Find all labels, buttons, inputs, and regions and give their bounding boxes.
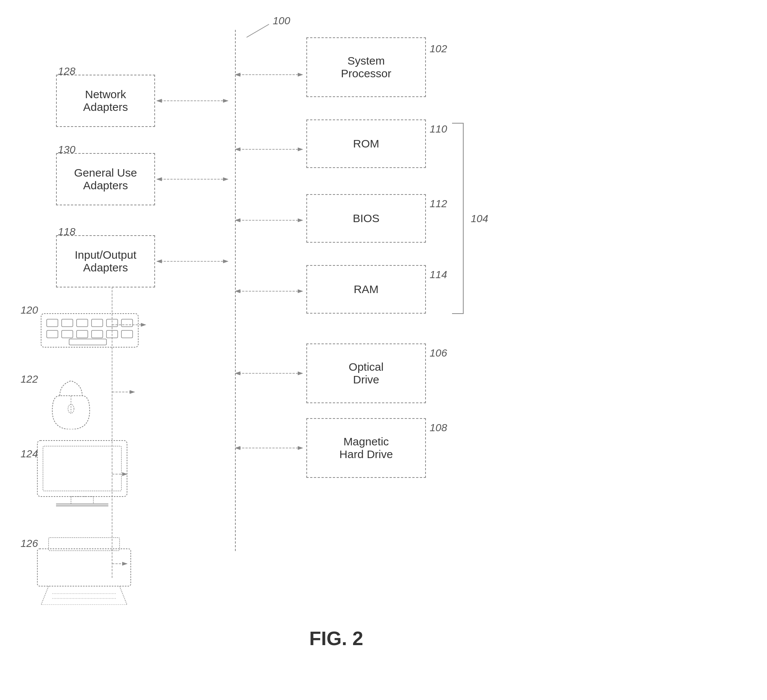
optical-drive-label: OpticalDrive — [348, 360, 384, 386]
svg-rect-26 — [121, 319, 133, 327]
ref-100: 100 — [273, 15, 290, 27]
optical-drive-box: OpticalDrive — [306, 343, 426, 403]
svg-rect-41 — [37, 549, 131, 586]
svg-rect-33 — [69, 339, 107, 345]
svg-rect-36 — [37, 441, 127, 497]
magnetic-hard-drive-label: MagneticHard Drive — [339, 435, 393, 461]
svg-rect-31 — [107, 330, 118, 338]
svg-rect-38 — [71, 497, 93, 504]
ram-box: RAM — [306, 265, 426, 314]
ref-122: 122 — [21, 373, 38, 385]
svg-rect-27 — [47, 330, 58, 338]
svg-line-5 — [247, 24, 269, 37]
ref-120: 120 — [21, 304, 38, 316]
general-use-adapters-label: General UseAdapters — [74, 167, 137, 192]
svg-rect-32 — [121, 330, 133, 338]
io-adapters-label: Input/OutputAdapters — [75, 249, 136, 274]
mouse-icon — [49, 373, 93, 429]
network-adapters-box: NetworkAdapters — [56, 75, 155, 127]
svg-rect-24 — [92, 319, 103, 327]
ref-112: 112 — [430, 198, 447, 210]
rom-label: ROM — [353, 137, 379, 150]
ref-128: 128 — [58, 65, 75, 77]
ref-102: 102 — [430, 43, 447, 55]
keyboard-icon — [37, 310, 146, 351]
rom-box: ROM — [306, 119, 426, 168]
monitor-icon — [33, 437, 131, 511]
ref-118: 118 — [58, 226, 75, 238]
svg-rect-25 — [107, 319, 118, 327]
diagram: 100 SystemProcessor 102 ROM 110 BIOS 112… — [0, 0, 767, 700]
ref-114: 114 — [430, 269, 447, 281]
svg-rect-29 — [76, 330, 88, 338]
general-use-adapters-box: General UseAdapters — [56, 153, 155, 205]
printer-icon — [30, 530, 138, 605]
figure-label: FIG. 2 — [261, 627, 411, 649]
svg-rect-30 — [92, 330, 103, 338]
system-processor-label: SystemProcessor — [341, 54, 391, 80]
svg-rect-37 — [43, 446, 121, 491]
ref-110: 110 — [430, 123, 447, 135]
ref-106: 106 — [430, 347, 447, 359]
ref-108: 108 — [430, 422, 447, 434]
ref-130: 130 — [58, 144, 75, 156]
svg-rect-21 — [47, 319, 58, 327]
system-processor-box: SystemProcessor — [306, 37, 426, 97]
bios-box: BIOS — [306, 194, 426, 243]
svg-rect-28 — [62, 330, 73, 338]
magnetic-hard-drive-box: MagneticHard Drive — [306, 418, 426, 478]
svg-rect-23 — [76, 319, 88, 327]
svg-rect-22 — [62, 319, 73, 327]
bios-label: BIOS — [353, 212, 380, 225]
io-adapters-box: Input/OutputAdapters — [56, 235, 155, 287]
ram-label: RAM — [354, 283, 379, 296]
network-adapters-label: NetworkAdapters — [83, 88, 128, 113]
ref-104: 104 — [471, 213, 488, 225]
